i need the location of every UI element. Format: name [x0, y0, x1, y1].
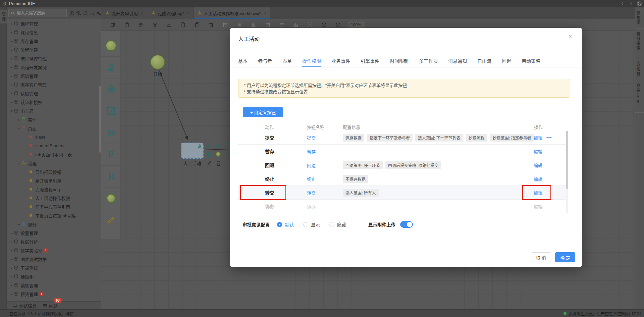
close-icon[interactable]: × [569, 33, 572, 40]
alignb-icon[interactable] [251, 22, 256, 28]
debug-item-debug-info[interactable]: 调试信息 [13, 302, 37, 309]
dialog-tab[interactable]: 启动策略 [522, 57, 540, 67]
circle-context-icon[interactable] [216, 152, 221, 157]
download-icon[interactable] [166, 22, 172, 28]
tree-item[interactable]: ▸数据分析 [7, 237, 101, 246]
expand-arrow-icon[interactable]: ▸ [9, 292, 14, 296]
tree-item[interactable]: ▸数字实验室! [7, 246, 101, 255]
palette-plussq[interactable] [101, 100, 121, 122]
gear-context-icon[interactable] [206, 152, 211, 157]
dialog-tab[interactable]: 表单 [282, 57, 292, 67]
expand-arrow-icon[interactable]: ▸ [9, 65, 14, 69]
tab-close-icon[interactable]: × [141, 11, 143, 16]
dialog-tab[interactable]: 基本 [238, 57, 248, 67]
filecopy-icon[interactable] [195, 22, 200, 28]
diamondstar-context-icon[interactable] [215, 143, 221, 149]
tree-item[interactable]: ▸流程开发案例 [7, 63, 101, 71]
palette-gear[interactable] [101, 122, 121, 144]
right-rail-tab[interactable]: 数据源 [635, 7, 644, 29]
cubeplus-icon[interactable] [76, 11, 81, 16]
expand-arrow-icon[interactable]: ▾ [17, 161, 21, 165]
palette-letter-e[interactable]: E [101, 144, 121, 166]
dialog-tab[interactable]: 回退 [502, 57, 511, 67]
chevr-icon[interactable] [629, 1, 634, 6]
save-icon[interactable] [637, 1, 642, 6]
right-rail-tab[interactable]: 离线资源 [635, 29, 644, 54]
more-actions-icon[interactable]: ••• [546, 135, 552, 140]
tree-item[interactable]: ▸设置管理 [7, 228, 101, 237]
expand-arrow-icon[interactable]: ▾ [17, 126, 21, 130]
tree-item[interactable]: 审批页面按钮tab宽度 [7, 211, 101, 220]
palette-diamondstar[interactable] [101, 78, 121, 100]
pencil-context-icon[interactable] [207, 160, 212, 166]
tree-item[interactable]: studentStudent [7, 141, 101, 150]
right-rail-tab[interactable]: 三方服务 [635, 54, 644, 80]
tree-item[interactable]: ▸认证和授权 [7, 98, 101, 106]
person-context-icon[interactable] [205, 143, 211, 149]
tree-item[interactable]: ▸销售管理 [7, 281, 101, 289]
ok-button[interactable]: 确 定 [555, 252, 575, 262]
chevl-icon[interactable] [620, 1, 625, 6]
tree-item[interactable]: 导出打印按钮 [7, 167, 101, 176]
tree-item[interactable]: ▸课程管理 [7, 19, 101, 28]
start-node[interactable] [150, 55, 165, 69]
tree-item[interactable]: ▸王斌测试 [7, 263, 101, 272]
editor-tab[interactable]: 人工活动操作权限.workflowx*× [194, 7, 270, 19]
tree-item[interactable]: ▸课程信息 [7, 28, 101, 37]
debug-item-problems[interactable]: 问题 [43, 302, 58, 309]
tree-item[interactable]: ▸潜在客户管理 [7, 80, 101, 89]
tree-item[interactable]: ▸库存管理 [7, 37, 101, 45]
editor-tab[interactable]: 克隆流程bug*× [147, 7, 194, 19]
dialog-tab[interactable]: 自由流 [477, 57, 491, 67]
custom-button-add[interactable]: + 自定义按钮 [243, 107, 283, 117]
sidebar-scrollbar[interactable] [99, 86, 101, 153]
expand-arrow-icon[interactable]: ▸ [9, 92, 14, 95]
button-name-link[interactable]: 回退 [307, 162, 343, 168]
tree-item[interactable]: ▸培训管理 [7, 71, 101, 80]
tree-item[interactable]: ▾流程 [7, 159, 101, 167]
tree-item[interactable]: ▸图表测试数据 [7, 255, 101, 263]
ai-icon[interactable] [69, 11, 74, 16]
expand-arrow-icon[interactable]: ▸ [9, 266, 14, 270]
cancel-button[interactable]: 取 消 [531, 252, 551, 262]
tree-item[interactable]: 人工活动操作权限 [7, 194, 101, 202]
expand-arrow-icon[interactable]: ▸ [9, 57, 14, 60]
expand-arrow-icon[interactable]: ▸ [9, 240, 14, 244]
edit-link[interactable]: 编辑 [534, 190, 542, 196]
expand-arrow-icon[interactable]: ▸ [9, 283, 14, 287]
fit-icon[interactable] [307, 22, 313, 28]
rail-tab-resources[interactable]: 资源 [0, 10, 7, 23]
opinion-radio-option[interactable]: 隐藏 [329, 221, 346, 228]
dialog-tab[interactable]: 操作权限 [302, 57, 321, 67]
expand-arrow-icon[interactable]: ▸ [17, 222, 21, 226]
dialog-tab[interactable]: 多工作项 [419, 57, 438, 67]
tree-item[interactable]: ▸流程创建 [7, 45, 101, 54]
search-box[interactable] [8, 9, 67, 17]
tree-item[interactable]: ▸服务 [7, 220, 101, 228]
zoomout-icon[interactable] [335, 22, 341, 28]
table-scrollbar[interactable] [566, 131, 568, 213]
status-resource-changed[interactable]: 资源发生变更，点击查看,检查时间:17:31 [564, 311, 641, 316]
hand-icon[interactable] [138, 22, 144, 28]
tab-close-icon[interactable]: × [264, 11, 266, 16]
expand-arrow-icon[interactable]: ▸ [9, 74, 14, 78]
dialog-tab[interactable]: 消息通知 [448, 57, 467, 67]
tree-item[interactable]: ▸实体 [7, 115, 101, 124]
palette-end-circle[interactable] [101, 188, 121, 209]
expand-arrow-icon[interactable]: ▸ [9, 83, 14, 87]
expand-arrow-icon[interactable]: ▸ [9, 31, 14, 34]
manual-activity-node[interactable] [181, 143, 204, 159]
refresh-icon[interactable] [83, 11, 88, 16]
tree-item[interactable]: ▸薪资管理! [7, 289, 101, 298]
plussq-context-icon[interactable] [225, 143, 230, 149]
chart-icon[interactable] [293, 22, 299, 28]
tree-item[interactable]: ▸稀饭粥 [7, 272, 101, 281]
lines-icon[interactable] [279, 22, 284, 28]
expand-arrow-icon[interactable]: ▸ [9, 100, 14, 104]
button-name-link[interactable]: 转交 [307, 190, 343, 196]
dialog-tab[interactable]: 业务事件 [331, 57, 350, 67]
expand-arrow-icon[interactable]: ▸ [9, 48, 14, 52]
tree-item[interactable]: ▾山羊君 [7, 106, 101, 115]
right-rail-tab[interactable]: 命名Sql [635, 80, 644, 113]
zoom-level[interactable]: 100% [347, 21, 365, 28]
